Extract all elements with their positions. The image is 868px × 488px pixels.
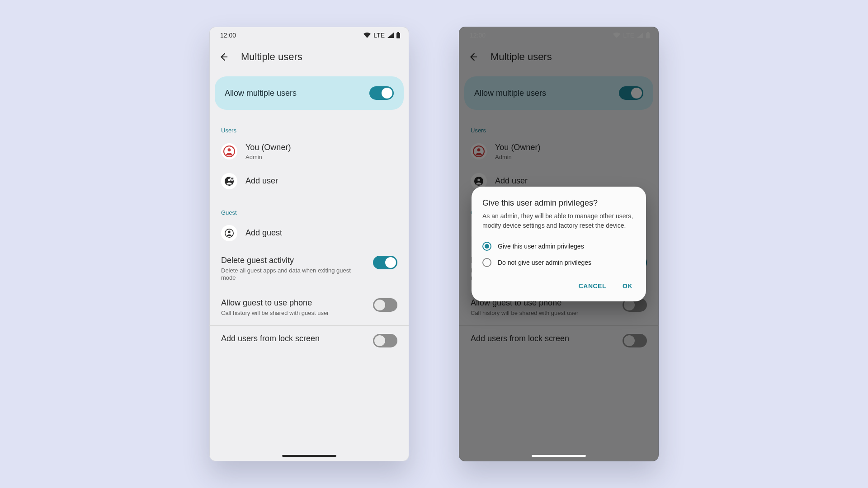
- add-guest-row[interactable]: Add guest: [209, 219, 409, 248]
- add-user-icon: [221, 173, 237, 189]
- status-bar: 12:00 LTE: [209, 27, 409, 44]
- switch-on-icon[interactable]: [369, 86, 394, 100]
- app-bar: Multiple users: [209, 44, 409, 70]
- add-guest-label: Add guest: [245, 228, 282, 238]
- dialog-actions: CANCEL OK: [482, 279, 635, 293]
- guest-phone-sub: Call history will be shared with guest u…: [221, 310, 367, 317]
- signal-icon: [387, 33, 394, 38]
- owner-avatar-icon: [221, 143, 237, 160]
- switch-on-icon[interactable]: [373, 256, 397, 269]
- add-user-label: Add user: [245, 176, 278, 186]
- add-users-lock-screen-setting[interactable]: Add users from lock screen: [209, 326, 409, 356]
- option-no-admin[interactable]: Do not give user admin privileges: [482, 254, 635, 271]
- battery-icon: [396, 32, 400, 38]
- guest-phone-title: Allow guest to use phone: [221, 298, 367, 308]
- wifi-icon: [363, 33, 371, 38]
- allow-multiple-users-toggle[interactable]: Allow multiple users: [215, 76, 404, 110]
- section-users-label: Users: [209, 113, 409, 136]
- switch-off-icon[interactable]: [373, 298, 397, 312]
- status-right-cluster: LTE: [363, 32, 400, 39]
- ok-button[interactable]: OK: [620, 279, 635, 293]
- dialog-title: Give this user admin privileges?: [482, 198, 635, 208]
- add-user-row[interactable]: Add user: [209, 167, 409, 196]
- admin-privileges-dialog: Give this user admin privileges? As an a…: [472, 187, 646, 301]
- lock-screen-title: Add users from lock screen: [221, 334, 367, 343]
- phone-dialog: 12:00 LTE Multiple users Allow multiple …: [459, 27, 659, 461]
- svg-point-3: [228, 149, 231, 152]
- svg-point-8: [228, 230, 231, 233]
- option-no-admin-label: Do not give user admin privileges: [498, 259, 591, 266]
- delete-guest-title: Delete guest activity: [221, 256, 367, 265]
- svg-rect-0: [396, 33, 400, 38]
- status-time: 12:00: [220, 32, 236, 39]
- settings-content: Allow multiple users Users You (Owner) A…: [209, 70, 409, 461]
- allow-guest-phone-setting[interactable]: Allow guest to use phone Call history wi…: [209, 290, 409, 325]
- dialog-body: As an admin, they will be able to manage…: [482, 211, 635, 230]
- radio-unchecked-icon[interactable]: [482, 258, 491, 267]
- owner-row[interactable]: You (Owner) Admin: [209, 136, 409, 167]
- radio-checked-icon[interactable]: [482, 242, 491, 251]
- allow-multiple-users-label: Allow multiple users: [225, 89, 297, 98]
- home-indicator[interactable]: [532, 455, 586, 457]
- status-network: LTE: [373, 32, 385, 39]
- back-icon[interactable]: [218, 52, 228, 62]
- delete-guest-activity-setting[interactable]: Delete guest activity Delete all guest a…: [209, 248, 409, 291]
- home-indicator[interactable]: [282, 455, 336, 457]
- owner-role: Admin: [245, 154, 291, 160]
- dialog-scrim[interactable]: Give this user admin privileges? As an a…: [459, 27, 659, 461]
- owner-name: You (Owner): [245, 143, 291, 153]
- section-guest-label: Guest: [209, 196, 409, 219]
- cancel-button[interactable]: CANCEL: [576, 279, 609, 293]
- page-title: Multiple users: [241, 51, 302, 63]
- switch-off-icon[interactable]: [373, 334, 397, 347]
- guest-icon: [221, 225, 237, 241]
- phone-light: 12:00 LTE Multiple users Allow multiple …: [209, 27, 409, 461]
- option-give-admin-label: Give this user admin privileges: [498, 243, 584, 250]
- svg-rect-1: [397, 32, 399, 33]
- option-give-admin[interactable]: Give this user admin privileges: [482, 238, 635, 254]
- delete-guest-sub: Delete all guest apps and data when exit…: [221, 267, 367, 282]
